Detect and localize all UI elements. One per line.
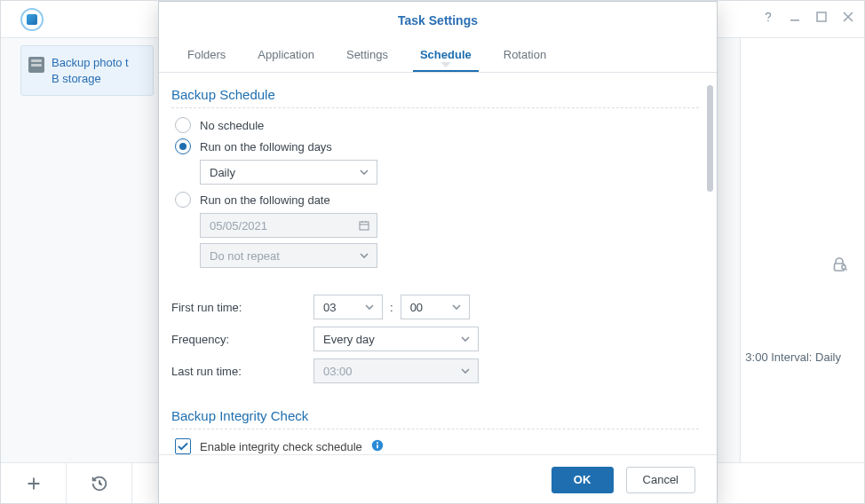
tab-rotation[interactable]: Rotation <box>488 39 562 72</box>
run-date-input[interactable]: 05/05/2021 <box>200 213 377 238</box>
task-item[interactable]: Backup photo t B storage <box>20 45 154 96</box>
server-icon <box>28 57 44 73</box>
chevron-down-icon <box>451 302 462 312</box>
days-frequency-select[interactable]: Daily <box>200 160 377 185</box>
detail-pane <box>740 38 864 462</box>
radio-no-schedule[interactable] <box>175 117 191 133</box>
frequency-label: Frequency: <box>171 333 313 346</box>
add-task-button[interactable] <box>1 463 67 503</box>
tab-folders[interactable]: Folders <box>171 39 242 72</box>
tab-settings[interactable]: Settings <box>330 39 404 72</box>
chevron-down-icon <box>359 167 369 177</box>
section-backup-schedule: Backup Schedule <box>171 87 699 102</box>
first-run-time-label: First run time: <box>171 301 313 314</box>
enable-integrity-checkbox[interactable] <box>175 438 191 454</box>
tab-schedule[interactable]: Schedule <box>404 39 488 72</box>
svg-rect-2 <box>817 12 826 21</box>
svg-rect-5 <box>360 222 369 230</box>
history-button[interactable] <box>67 463 132 503</box>
cancel-button[interactable]: Cancel <box>626 467 695 493</box>
lock-key-icon[interactable] <box>830 256 848 276</box>
repeat-select[interactable]: Do not repeat <box>200 243 377 268</box>
radio-following-days-label: Run on the following days <box>200 140 332 154</box>
last-run-time-label: Last run time: <box>171 365 313 378</box>
chevron-down-icon <box>460 334 471 344</box>
radio-following-days[interactable] <box>175 138 191 154</box>
task-list: Backup photo t B storage <box>20 45 154 96</box>
dialog-footer: OK Cancel <box>159 454 717 504</box>
chevron-down-icon <box>364 302 375 312</box>
radio-following-date[interactable] <box>175 192 191 208</box>
tab-application[interactable]: Application <box>242 39 330 72</box>
radio-following-date-label: Run on the following date <box>200 193 330 207</box>
radio-no-schedule-label: No schedule <box>200 119 264 132</box>
schedule-summary: 3:00 Interval: Daily <box>745 350 841 364</box>
divider <box>171 107 699 108</box>
task-item-label: Backup photo t B storage <box>52 55 129 86</box>
info-icon[interactable] <box>371 439 384 454</box>
close-icon[interactable] <box>841 10 855 24</box>
minimize-icon[interactable] <box>788 10 802 24</box>
divider <box>171 429 699 429</box>
enable-integrity-label: Enable integrity check schedule <box>200 440 362 453</box>
svg-rect-7 <box>377 445 378 448</box>
last-run-time-select[interactable]: 03:00 <box>313 358 479 383</box>
scrollbar[interactable] <box>707 85 713 454</box>
first-run-hour-select[interactable]: 03 <box>313 295 383 319</box>
chevron-down-icon <box>460 366 471 376</box>
svg-rect-1 <box>790 20 799 21</box>
dialog-title: Task Settings <box>159 2 717 39</box>
frequency-select[interactable]: Every day <box>313 327 479 351</box>
calendar-icon <box>359 220 369 231</box>
task-settings-dialog: Task Settings Folders Application Settin… <box>158 1 718 504</box>
time-colon: : <box>390 301 393 314</box>
section-integrity-check: Backup Integrity Check <box>171 408 699 423</box>
ok-button[interactable]: OK <box>552 467 614 493</box>
first-run-min-select[interactable]: 00 <box>401 295 470 319</box>
maximize-icon[interactable] <box>814 10 829 24</box>
svg-point-0 <box>767 20 769 21</box>
svg-point-8 <box>377 442 378 444</box>
app-icon <box>20 8 44 31</box>
tabs: Folders Application Settings Schedule Ro… <box>159 39 717 73</box>
dialog-body: Backup Schedule No schedule Run on the f… <box>159 73 717 454</box>
chevron-down-icon <box>359 250 369 261</box>
help-icon[interactable] <box>761 10 775 24</box>
